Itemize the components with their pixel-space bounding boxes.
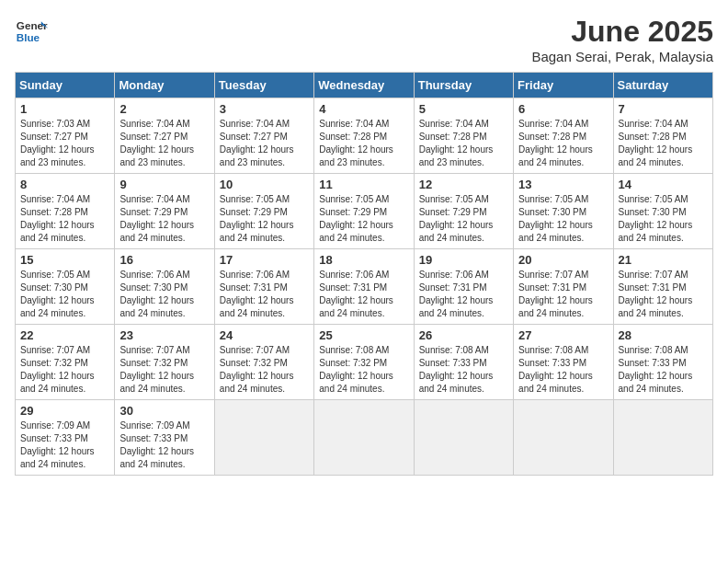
calendar-table: Sunday Monday Tuesday Wednesday Thursday…	[15, 72, 713, 476]
calendar-row: 1Sunrise: 7:03 AMSunset: 7:27 PMDaylight…	[16, 98, 713, 174]
day-number: 27	[518, 328, 608, 342]
day-number: 16	[119, 253, 209, 267]
table-row: 28Sunrise: 7:08 AMSunset: 7:33 PMDayligh…	[613, 325, 712, 400]
cell-info: Sunrise: 7:04 AMSunset: 7:27 PMDaylight:…	[220, 119, 294, 167]
cell-info: Sunrise: 7:05 AMSunset: 7:29 PMDaylight:…	[419, 194, 494, 243]
table-row: 2Sunrise: 7:04 AMSunset: 7:27 PMDaylight…	[115, 98, 214, 174]
day-number: 23	[119, 328, 209, 342]
table-row: 16Sunrise: 7:06 AMSunset: 7:30 PMDayligh…	[115, 249, 214, 325]
table-row: 29Sunrise: 7:09 AMSunset: 7:33 PMDayligh…	[16, 400, 115, 476]
cell-info: Sunrise: 7:05 AMSunset: 7:30 PMDaylight:…	[20, 270, 95, 318]
col-tuesday: Tuesday	[214, 73, 313, 98]
cell-info: Sunrise: 7:04 AMSunset: 7:29 PMDaylight:…	[119, 194, 194, 243]
cell-info: Sunrise: 7:04 AMSunset: 7:28 PMDaylight:…	[319, 119, 393, 167]
table-row: 12Sunrise: 7:05 AMSunset: 7:29 PMDayligh…	[414, 174, 513, 249]
day-number: 4	[319, 102, 408, 116]
table-row: 13Sunrise: 7:05 AMSunset: 7:30 PMDayligh…	[514, 174, 613, 249]
cell-info: Sunrise: 7:08 AMSunset: 7:33 PMDaylight:…	[419, 345, 494, 394]
col-sunday: Sunday	[16, 73, 115, 98]
table-row	[314, 400, 414, 476]
table-row: 8Sunrise: 7:04 AMSunset: 7:28 PMDaylight…	[16, 174, 115, 249]
table-row: 11Sunrise: 7:05 AMSunset: 7:29 PMDayligh…	[314, 174, 414, 249]
day-number: 11	[319, 178, 408, 191]
header: General Blue June 2025 Bagan Serai, Pera…	[15, 15, 713, 64]
cell-info: Sunrise: 7:04 AMSunset: 7:28 PMDaylight:…	[419, 119, 494, 167]
table-row	[613, 400, 712, 476]
day-number: 12	[419, 178, 508, 191]
day-number: 9	[119, 178, 209, 191]
calendar-row: 15Sunrise: 7:05 AMSunset: 7:30 PMDayligh…	[16, 249, 713, 325]
day-number: 8	[20, 178, 109, 191]
cell-info: Sunrise: 7:07 AMSunset: 7:32 PMDaylight:…	[20, 345, 95, 394]
table-row: 14Sunrise: 7:05 AMSunset: 7:30 PMDayligh…	[613, 174, 712, 249]
day-number: 7	[619, 102, 708, 116]
table-row: 4Sunrise: 7:04 AMSunset: 7:28 PMDaylight…	[314, 98, 414, 174]
day-number: 20	[518, 253, 608, 267]
cell-info: Sunrise: 7:07 AMSunset: 7:31 PMDaylight:…	[518, 270, 593, 318]
cell-info: Sunrise: 7:07 AMSunset: 7:32 PMDaylight:…	[220, 345, 294, 394]
col-wednesday: Wednesday	[314, 73, 414, 98]
day-number: 13	[518, 178, 608, 191]
table-row: 30Sunrise: 7:09 AMSunset: 7:33 PMDayligh…	[115, 400, 214, 476]
day-number: 6	[518, 102, 608, 116]
day-number: 14	[619, 178, 708, 191]
day-number: 21	[619, 253, 708, 267]
cell-info: Sunrise: 7:04 AMSunset: 7:28 PMDaylight:…	[20, 194, 95, 243]
svg-text:Blue: Blue	[17, 31, 40, 43]
cell-info: Sunrise: 7:08 AMSunset: 7:33 PMDaylight:…	[518, 345, 593, 394]
table-row: 1Sunrise: 7:03 AMSunset: 7:27 PMDaylight…	[16, 98, 115, 174]
calendar-header-row: Sunday Monday Tuesday Wednesday Thursday…	[16, 73, 713, 98]
day-number: 18	[319, 253, 408, 267]
table-row: 5Sunrise: 7:04 AMSunset: 7:28 PMDaylight…	[414, 98, 513, 174]
table-row: 20Sunrise: 7:07 AMSunset: 7:31 PMDayligh…	[514, 249, 613, 325]
day-number: 5	[419, 102, 508, 116]
col-monday: Monday	[115, 73, 214, 98]
table-row: 22Sunrise: 7:07 AMSunset: 7:32 PMDayligh…	[16, 325, 115, 400]
table-row: 17Sunrise: 7:06 AMSunset: 7:31 PMDayligh…	[214, 249, 313, 325]
cell-info: Sunrise: 7:06 AMSunset: 7:30 PMDaylight:…	[119, 270, 194, 318]
cell-info: Sunrise: 7:06 AMSunset: 7:31 PMDaylight:…	[220, 270, 294, 318]
cell-info: Sunrise: 7:04 AMSunset: 7:28 PMDaylight:…	[518, 119, 593, 167]
table-row: 25Sunrise: 7:08 AMSunset: 7:32 PMDayligh…	[314, 325, 414, 400]
day-number: 10	[220, 178, 309, 191]
logo-icon: General Blue	[15, 15, 48, 48]
table-row: 3Sunrise: 7:04 AMSunset: 7:27 PMDaylight…	[214, 98, 313, 174]
cell-info: Sunrise: 7:05 AMSunset: 7:29 PMDaylight:…	[319, 194, 393, 243]
table-row: 27Sunrise: 7:08 AMSunset: 7:33 PMDayligh…	[514, 325, 613, 400]
day-number: 24	[220, 328, 309, 342]
cell-info: Sunrise: 7:05 AMSunset: 7:30 PMDaylight:…	[619, 194, 693, 243]
table-row: 19Sunrise: 7:06 AMSunset: 7:31 PMDayligh…	[414, 249, 513, 325]
cell-info: Sunrise: 7:05 AMSunset: 7:29 PMDaylight:…	[220, 194, 294, 243]
cell-info: Sunrise: 7:08 AMSunset: 7:32 PMDaylight:…	[319, 345, 393, 394]
table-row: 7Sunrise: 7:04 AMSunset: 7:28 PMDaylight…	[613, 98, 712, 174]
cell-info: Sunrise: 7:09 AMSunset: 7:33 PMDaylight:…	[119, 420, 194, 469]
table-row: 18Sunrise: 7:06 AMSunset: 7:31 PMDayligh…	[314, 249, 414, 325]
table-row: 26Sunrise: 7:08 AMSunset: 7:33 PMDayligh…	[414, 325, 513, 400]
day-number: 17	[220, 253, 309, 267]
day-number: 3	[220, 102, 309, 116]
day-number: 30	[119, 404, 209, 418]
day-number: 2	[119, 102, 209, 116]
col-thursday: Thursday	[414, 73, 513, 98]
col-friday: Friday	[514, 73, 613, 98]
cell-info: Sunrise: 7:04 AMSunset: 7:28 PMDaylight:…	[619, 119, 693, 167]
cell-info: Sunrise: 7:05 AMSunset: 7:30 PMDaylight:…	[518, 194, 593, 243]
table-row: 15Sunrise: 7:05 AMSunset: 7:30 PMDayligh…	[16, 249, 115, 325]
day-number: 1	[20, 102, 109, 116]
cell-info: Sunrise: 7:03 AMSunset: 7:27 PMDaylight:…	[20, 119, 95, 167]
table-row: 21Sunrise: 7:07 AMSunset: 7:31 PMDayligh…	[613, 249, 712, 325]
table-row	[414, 400, 513, 476]
table-row: 6Sunrise: 7:04 AMSunset: 7:28 PMDaylight…	[514, 98, 613, 174]
day-number: 26	[419, 328, 508, 342]
calendar-row: 8Sunrise: 7:04 AMSunset: 7:28 PMDaylight…	[16, 174, 713, 249]
month-title: June 2025	[531, 15, 713, 49]
table-row	[214, 400, 313, 476]
table-row: 24Sunrise: 7:07 AMSunset: 7:32 PMDayligh…	[214, 325, 313, 400]
table-row: 23Sunrise: 7:07 AMSunset: 7:32 PMDayligh…	[115, 325, 214, 400]
col-saturday: Saturday	[613, 73, 712, 98]
day-number: 29	[20, 404, 109, 418]
calendar-row: 22Sunrise: 7:07 AMSunset: 7:32 PMDayligh…	[16, 325, 713, 400]
table-row	[514, 400, 613, 476]
cell-info: Sunrise: 7:07 AMSunset: 7:31 PMDaylight:…	[619, 270, 693, 318]
cell-info: Sunrise: 7:06 AMSunset: 7:31 PMDaylight:…	[319, 270, 393, 318]
